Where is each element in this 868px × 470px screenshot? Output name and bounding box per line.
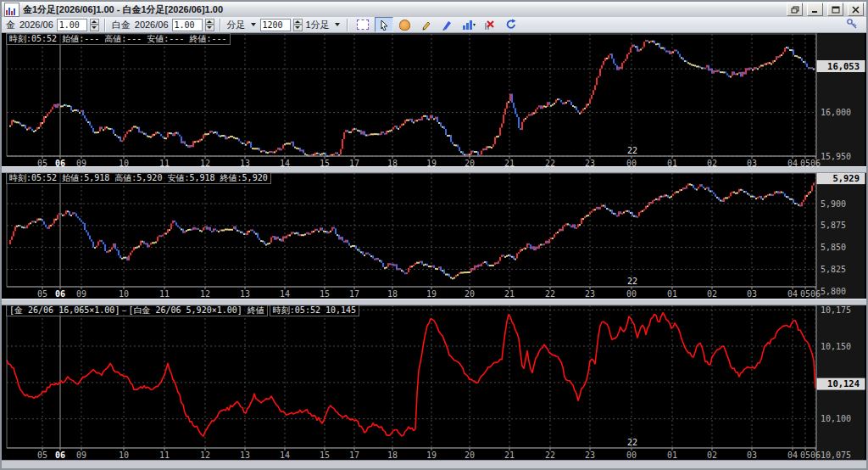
panel-separator[interactable] xyxy=(2,166,866,173)
x-axis-label: 17 xyxy=(349,289,359,299)
refresh-button[interactable] xyxy=(502,17,520,32)
clear-drawings-button[interactable] xyxy=(481,17,499,32)
x-axis-label: 05 xyxy=(37,450,47,460)
float-window-button[interactable] xyxy=(787,3,803,16)
x-axis-label: 02 xyxy=(707,159,717,166)
close-button[interactable] xyxy=(848,3,864,16)
interval-dropdown[interactable]: 1分足 xyxy=(305,19,331,31)
panel-separator[interactable] xyxy=(2,299,866,305)
platinum-chart-panel[interactable]: 0506091011121314151718192021222300010203… xyxy=(2,171,866,299)
x-axis-labels: 0506091011121314151718192021222300010203… xyxy=(37,287,821,299)
gold-multiplier-stepper[interactable] xyxy=(90,19,99,31)
y-axis-label: 5,850 xyxy=(821,243,846,252)
x-axis-label: 15 xyxy=(320,159,330,166)
x-axis-label: 10 xyxy=(119,450,129,460)
zoom-select-icon xyxy=(357,20,369,30)
x-axis-label: 12 xyxy=(200,450,210,460)
pen-icon xyxy=(442,19,453,31)
y-axis-label: 16,000 xyxy=(821,108,851,117)
x-axis-label: 12 xyxy=(200,289,210,299)
x-axis-label: 09 xyxy=(76,289,86,299)
current-price-label: 16,053 xyxy=(817,61,865,72)
svg-text:16,053: 16,053 xyxy=(827,61,860,71)
y-axis-label: 10,150 xyxy=(821,342,851,351)
x-axis-label: 06 xyxy=(55,289,65,299)
x-axis-label: 05 xyxy=(37,159,47,166)
x-axis-label: 15 xyxy=(320,289,330,299)
gold-chart-panel[interactable]: 0506091011121314151718192021222300010203… xyxy=(2,32,866,166)
x-axis-label: 21 xyxy=(504,159,515,166)
plot-border xyxy=(7,173,816,287)
x-axis-label: 05 xyxy=(37,289,47,299)
platinum-contract-label[interactable]: 2026/06 xyxy=(134,20,170,30)
gold-contract-label[interactable]: 2026/06 xyxy=(19,20,54,30)
date-marker-label: 22 xyxy=(627,146,637,155)
title-bar[interactable]: 金1分足[2026/06]1.00 - 白金1分足[2026/06]1.00 xyxy=(2,2,866,18)
x-axis-labels: 0506091011121314151718192021222300010203… xyxy=(37,448,821,460)
x-axis-label: 06 xyxy=(55,159,65,166)
x-axis-label: 03 xyxy=(747,159,757,166)
x-axis-label: 19 xyxy=(426,159,437,166)
x-axis-label: 06 xyxy=(55,450,65,460)
x-axis-label: 03 xyxy=(747,289,757,299)
pen-tool-button[interactable] xyxy=(438,17,457,32)
x-axis-label: 04 xyxy=(787,289,798,299)
x-axis-label: 01 xyxy=(667,159,677,166)
red-x-icon xyxy=(484,20,495,31)
x-axis-label: 15 xyxy=(320,450,330,460)
gold-multiplier-input[interactable]: 1.00 xyxy=(57,19,87,31)
bar-type-dropdown[interactable]: 分足 xyxy=(226,19,247,31)
date-marker-label: 22 xyxy=(627,277,637,286)
spread-chart-panel[interactable]: 0506091011121314151718192021222300010203… xyxy=(2,304,866,460)
chevron-down-icon xyxy=(335,23,340,26)
toolbar-separator xyxy=(104,19,106,31)
y-axis-label: 10,175 xyxy=(821,305,851,315)
settings-key-button[interactable] xyxy=(846,18,858,31)
x-axis-label: 20 xyxy=(465,450,475,460)
gold-info-line: 時刻:05:52 始値:--- 高値:--- 安値:--- 終値:--- xyxy=(6,33,231,45)
x-axis-label: 23 xyxy=(585,159,595,166)
platinum-multiplier-input[interactable]: 1.00 xyxy=(172,19,203,31)
chart-style-button[interactable] xyxy=(459,17,478,32)
x-axis-label: 09 xyxy=(76,450,86,460)
maximize-button[interactable] xyxy=(827,3,843,16)
pencil-tool-button[interactable] xyxy=(417,17,436,32)
x-axis-label: 13 xyxy=(240,289,250,299)
x-axis-label: 22 xyxy=(545,159,555,166)
svg-text:10,124: 10,124 xyxy=(827,378,860,389)
x-axis-label: 04 xyxy=(787,450,798,460)
x-axis-label: 10 xyxy=(119,289,129,299)
x-axis-label: 00 xyxy=(626,450,637,460)
x-axis-label: 18 xyxy=(387,289,398,299)
x-axis-label: 14 xyxy=(280,450,290,460)
x-axis-label: 17 xyxy=(349,159,359,166)
gold-symbol-label: 金 xyxy=(5,19,16,31)
x-axis-label: 22 xyxy=(545,289,555,299)
spread-info-line: [金 26/06 16,065×1.00]－[白金 26/06 5,920×1.… xyxy=(6,305,359,316)
gridlines xyxy=(7,34,816,156)
x-axis-label: 14 xyxy=(280,159,290,166)
y-axis-label: 5,800 xyxy=(821,287,846,296)
bar-count-input[interactable]: 1200 xyxy=(260,19,291,31)
zoom-select-button[interactable] xyxy=(353,17,372,32)
pan-tool-button[interactable] xyxy=(396,17,415,32)
x-axis-label: 13 xyxy=(240,450,250,460)
gold-1min-svg: 0506091011121314151718192021222300010203… xyxy=(2,32,866,166)
x-axis-label: 00 xyxy=(626,159,637,166)
window-bottom-edge xyxy=(2,460,866,469)
refresh-icon xyxy=(505,19,517,31)
x-axis-label: 12 xyxy=(200,159,210,166)
x-axis-label: 18 xyxy=(387,159,398,166)
bar-count-stepper[interactable] xyxy=(293,19,303,31)
x-axis-label: 06 xyxy=(810,450,821,460)
platinum-multiplier-stepper[interactable] xyxy=(205,19,214,31)
pointer-tool-button[interactable] xyxy=(375,17,393,32)
x-axis-label: 01 xyxy=(667,450,677,460)
x-axis-label: 19 xyxy=(426,289,437,299)
minimize-button[interactable] xyxy=(807,3,823,16)
date-marker-label: 22 xyxy=(627,438,637,447)
cursor-arrow-icon xyxy=(378,20,389,31)
x-axis-label: 05 xyxy=(800,289,810,299)
current-price-label: 10,124 xyxy=(817,378,865,389)
x-axis-label: 11 xyxy=(159,289,170,299)
